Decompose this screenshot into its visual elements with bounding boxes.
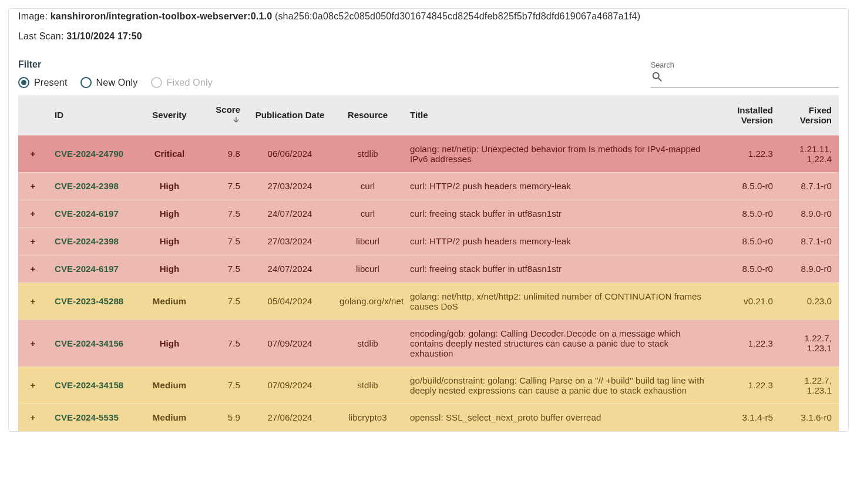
cve-link[interactable]: CVE-2024-34156 <box>55 338 123 348</box>
table-header-row: ID Severity Score Publication Date Resou… <box>18 95 839 135</box>
score-cell: 7.5 <box>200 255 247 283</box>
resource-cell: stdlib <box>332 135 403 172</box>
fixed-cell: 8.9.0-r0 <box>780 255 839 283</box>
search-block: Search <box>651 61 839 88</box>
expand-button[interactable]: + <box>28 296 38 307</box>
id-cell: CVE-2024-2398 <box>48 227 139 255</box>
expand-cell: + <box>18 255 48 283</box>
table-row: +CVE-2023-45288Medium7.505/04/2024golang… <box>18 283 839 320</box>
col-severity[interactable]: Severity <box>139 95 200 135</box>
installed-cell: 8.5.0-r0 <box>715 255 780 283</box>
expand-button[interactable]: + <box>28 209 38 219</box>
severity-cell: High <box>139 227 200 255</box>
search-input[interactable] <box>667 73 839 83</box>
search-icon <box>651 70 664 85</box>
filter-radio-group: Present New Only Fixed Only <box>18 77 213 88</box>
title-cell: golang: net/netip: Unexpected behavior f… <box>403 135 715 172</box>
expand-button[interactable]: + <box>28 412 38 423</box>
title-cell: curl: HTTP/2 push headers memory-leak <box>403 227 715 255</box>
col-resource[interactable]: Resource <box>332 95 403 135</box>
fixed-cell: 8.7.1-r0 <box>780 172 839 200</box>
expand-button[interactable]: + <box>28 338 38 348</box>
pub-date-cell: 06/06/2024 <box>247 135 332 172</box>
cve-link[interactable]: CVE-2024-34158 <box>55 380 123 390</box>
cve-link[interactable]: CVE-2024-6197 <box>55 209 119 219</box>
radio-icon <box>80 77 92 88</box>
severity-cell: High <box>139 320 200 367</box>
col-installed[interactable]: Installed Version <box>715 95 780 135</box>
expand-button[interactable]: + <box>28 181 38 191</box>
resource-cell: libcrypto3 <box>332 404 403 431</box>
title-cell: encoding/gob: golang: Calling Decoder.De… <box>403 320 715 367</box>
table-row: +CVE-2024-6197High7.524/07/2024curlcurl:… <box>18 200 839 227</box>
filter-block: Filter Present New Only Fixed Only <box>18 59 213 88</box>
resource-cell: libcurl <box>332 255 403 283</box>
severity-cell: Critical <box>139 135 200 172</box>
expand-button[interactable]: + <box>28 236 38 247</box>
score-cell: 7.5 <box>200 200 247 227</box>
installed-cell: 1.22.3 <box>715 367 780 404</box>
pub-date-cell: 24/07/2024 <box>247 255 332 283</box>
vulnerabilities-panel: Image: kanshiroron/integration-toolbox-w… <box>8 8 849 432</box>
id-cell: CVE-2023-45288 <box>48 283 139 320</box>
title-cell: curl: HTTP/2 push headers memory-leak <box>403 172 715 200</box>
cve-link[interactable]: CVE-2024-24790 <box>55 149 123 159</box>
radio-icon <box>151 77 162 88</box>
pub-date-cell: 27/03/2024 <box>247 227 332 255</box>
last-scan-label: Last Scan: <box>18 31 66 41</box>
cve-link[interactable]: CVE-2024-2398 <box>55 181 119 191</box>
cve-link[interactable]: CVE-2024-2398 <box>55 236 119 246</box>
severity-cell: High <box>139 255 200 283</box>
col-pub-date[interactable]: Publication Date <box>247 95 332 135</box>
fixed-cell: 1.22.7, 1.23.1 <box>780 320 839 367</box>
resource-cell: stdlib <box>332 320 403 367</box>
col-id[interactable]: ID <box>48 95 139 135</box>
expand-cell: + <box>18 320 48 367</box>
id-cell: CVE-2024-2398 <box>48 172 139 200</box>
last-scan: Last Scan: 31/10/2024 17:50 <box>18 31 839 42</box>
fixed-cell: 8.9.0-r0 <box>780 200 839 227</box>
score-cell: 7.5 <box>200 283 247 320</box>
image-meta: Image: kanshiroron/integration-toolbox-w… <box>18 11 839 24</box>
resource-cell: curl <box>332 200 403 227</box>
search-input-wrap <box>651 70 839 88</box>
pub-date-cell: 05/04/2024 <box>247 283 332 320</box>
filter-radio-label: New Only <box>96 78 138 88</box>
title-cell: curl: freeing stack buffer in utf8asn1st… <box>403 200 715 227</box>
image-name: kanshiroron/integration-toolbox-webserve… <box>51 11 272 21</box>
cve-link[interactable]: CVE-2023-45288 <box>55 296 123 306</box>
id-cell: CVE-2024-24790 <box>48 135 139 172</box>
severity-cell: Medium <box>139 404 200 431</box>
score-cell: 7.5 <box>200 367 247 404</box>
table-row: +CVE-2024-24790Critical9.806/06/2024stdl… <box>18 135 839 172</box>
vulnerability-table: ID Severity Score Publication Date Resou… <box>18 95 839 431</box>
col-title[interactable]: Title <box>403 95 715 135</box>
id-cell: CVE-2024-6197 <box>48 200 139 227</box>
cve-link[interactable]: CVE-2024-5535 <box>55 412 119 422</box>
radio-icon <box>18 77 29 88</box>
resource-cell: curl <box>332 172 403 200</box>
expand-button[interactable]: + <box>28 149 38 159</box>
col-fixed[interactable]: Fixed Version <box>780 95 839 135</box>
col-score[interactable]: Score <box>200 95 247 135</box>
resource-cell: stdlib <box>332 367 403 404</box>
pub-date-cell: 24/07/2024 <box>247 200 332 227</box>
table-row: +CVE-2024-2398High7.527/03/2024libcurlcu… <box>18 227 839 255</box>
expand-cell: + <box>18 135 48 172</box>
title-cell: openssl: SSL_select_next_proto buffer ov… <box>403 404 715 431</box>
id-cell: CVE-2024-34158 <box>48 367 139 404</box>
pub-date-cell: 27/06/2024 <box>247 404 332 431</box>
pub-date-cell: 07/09/2024 <box>247 320 332 367</box>
filter-radio-present[interactable]: Present <box>18 77 68 88</box>
expand-button[interactable]: + <box>28 264 38 274</box>
pub-date-cell: 07/09/2024 <box>247 367 332 404</box>
expand-button[interactable]: + <box>28 380 38 391</box>
id-cell: CVE-2024-5535 <box>48 404 139 431</box>
severity-cell: Medium <box>139 283 200 320</box>
table-row: +CVE-2024-34156High7.507/09/2024stdliben… <box>18 320 839 367</box>
filter-radio-new-only[interactable]: New Only <box>80 77 138 88</box>
filter-title: Filter <box>18 59 213 70</box>
id-cell: CVE-2024-6197 <box>48 255 139 283</box>
cve-link[interactable]: CVE-2024-6197 <box>55 264 119 274</box>
severity-cell: High <box>139 200 200 227</box>
